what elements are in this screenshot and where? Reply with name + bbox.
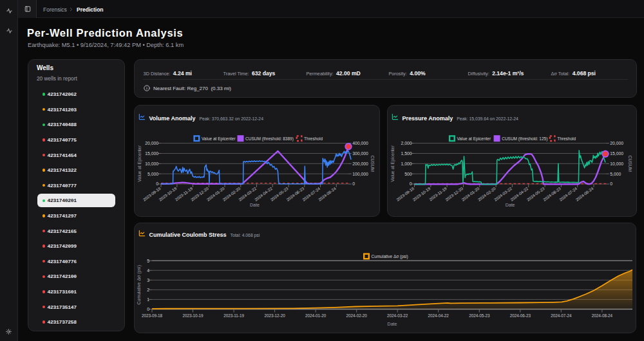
svg-text:200,000: 200,000 [352,161,368,166]
svg-text:Value at Epicenter: Value at Epicenter [390,145,395,181]
svg-text:2024-06-23: 2024-06-23 [510,313,531,318]
svg-text:500: 500 [404,172,412,176]
svg-text:0: 0 [610,181,612,186]
svg-text:Value at Epicenter: Value at Epicenter [202,136,236,142]
svg-text:Threshold: Threshold [557,136,576,141]
svg-text:5: 5 [147,258,149,263]
svg-text:2024-05-23: 2024-05-23 [469,313,490,318]
svg-text:0: 0 [410,181,412,186]
svg-text:5,000: 5,000 [147,172,158,176]
svg-text:Date: Date [388,321,397,326]
svg-text:2024-08-24: 2024-08-24 [592,313,613,318]
svg-text:CUSUM (threshold: 125): CUSUM (threshold: 125) [502,136,547,142]
svg-text:400,000: 400,000 [352,141,368,145]
svg-text:0: 0 [147,306,149,311]
svg-text:Threshold: Threshold [304,136,323,141]
svg-text:1: 1 [147,297,149,301]
svg-text:Value at Epicenter: Value at Epicenter [137,145,142,181]
svg-text:0: 0 [352,181,355,186]
svg-text:10,000: 10,000 [145,161,158,166]
svg-text:5,000: 5,000 [610,172,621,176]
svg-text:1,500: 1,500 [401,151,412,156]
svg-text:CUSUM (threshold: 8389): CUSUM (threshold: 8389) [245,136,294,142]
svg-text:Date: Date [506,203,515,207]
svg-text:2: 2 [147,287,149,291]
svg-text:CUSUM: CUSUM [628,155,632,172]
svg-text:15,000: 15,000 [145,151,158,156]
svg-text:2024-03-22: 2024-03-22 [387,313,408,318]
svg-text:3: 3 [147,277,149,282]
svg-text:Date: Date [250,203,260,207]
svg-text:2,000: 2,000 [401,141,412,145]
svg-text:CUSUM: CUSUM [370,155,375,172]
svg-text:20,000: 20,000 [610,141,623,145]
svg-text:2024-04-22: 2024-04-22 [428,313,450,318]
svg-text:0: 0 [156,181,158,186]
svg-text:Value at Epicenter: Value at Epicenter [457,136,491,142]
svg-text:2023-09-18: 2023-09-18 [142,313,163,318]
svg-text:4: 4 [147,268,149,272]
svg-text:Cumulative Δσ (psi): Cumulative Δσ (psi) [137,265,142,305]
svg-text:2024-02-20: 2024-02-20 [346,313,368,318]
svg-text:10,000: 10,000 [610,161,623,166]
svg-text:2024-08-24: 2024-08-24 [574,186,594,202]
svg-text:15,000: 15,000 [610,151,623,156]
svg-text:2023-10-19: 2023-10-19 [412,186,431,202]
svg-text:2024-01-20: 2024-01-20 [305,313,327,318]
svg-text:2024-07-24: 2024-07-24 [551,313,572,318]
svg-text:2024-08-24: 2024-08-24 [317,186,337,202]
svg-text:100,000: 100,000 [352,172,368,176]
svg-text:2023-10-19: 2023-10-19 [182,313,204,318]
svg-text:1,000: 1,000 [401,161,412,166]
svg-text:2023-12-20: 2023-12-20 [264,313,285,318]
svg-text:300,000: 300,000 [352,151,368,156]
svg-text:20,000: 20,000 [145,141,158,145]
svg-text:2023-11-19: 2023-11-19 [223,313,244,318]
svg-text:Cumulative Δσ (psi): Cumulative Δσ (psi) [372,254,408,259]
